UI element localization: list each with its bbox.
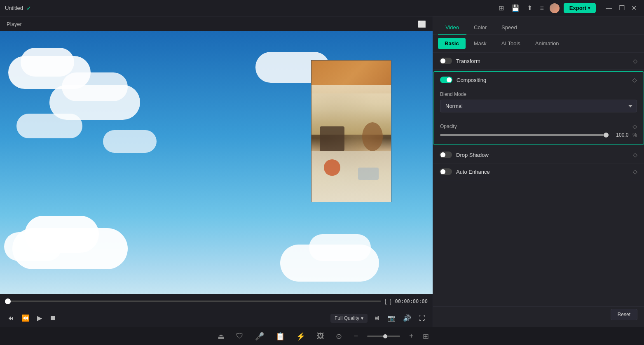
save-icon[interactable]: 💾: [510, 2, 521, 14]
transform-toggle[interactable]: [440, 58, 452, 64]
tool-plus-icon[interactable]: +: [407, 330, 416, 342]
opacity-label: Opacity: [440, 124, 457, 129]
subtab-animation[interactable]: Animation: [529, 38, 566, 49]
opacity-unit: %: [632, 132, 637, 138]
opacity-section: Opacity ◇ 100.0 %: [440, 123, 637, 138]
quality-button[interactable]: Full Quality ▾: [330, 314, 368, 323]
compositing-section: Compositing ◇ Blend Mode Normal Multiply…: [433, 71, 644, 145]
tool-flash-icon[interactable]: ⚡: [294, 330, 308, 343]
tool-frame-icon[interactable]: 🖼: [314, 330, 327, 342]
compositing-label: Compositing: [457, 77, 632, 83]
opacity-slider[interactable]: [440, 134, 609, 136]
upload-icon[interactable]: ⬆: [525, 2, 534, 14]
frame-back-button[interactable]: ⏪: [20, 312, 31, 324]
opacity-value: 100.0: [613, 132, 628, 138]
tool-minus-icon[interactable]: −: [351, 330, 361, 342]
tool-icon-1[interactable]: ⏏: [215, 330, 227, 343]
step-back-button[interactable]: ⏮: [6, 313, 16, 324]
subtab-mask[interactable]: Mask: [467, 38, 493, 49]
opacity-slider-row: 100.0 %: [440, 132, 637, 138]
volume-icon[interactable]: 🔊: [401, 312, 413, 324]
menu-icon[interactable]: ≡: [538, 3, 545, 14]
blend-mode-select[interactable]: Normal Multiply Screen Overlay: [440, 100, 637, 112]
cloud-3: [4, 232, 62, 261]
layout-icon[interactable]: ⊞: [497, 2, 506, 14]
expand-icon[interactable]: ⬜: [418, 20, 426, 28]
title-bar: Untitled ✓ ⊞ 💾 ⬆ ≡ Export ▾ — ❐ ✕: [0, 0, 644, 16]
inset-cup: [320, 126, 344, 151]
play-button[interactable]: ▶: [35, 312, 44, 324]
quality-arrow-icon: ▾: [361, 315, 363, 321]
export-button[interactable]: Export ▾: [564, 3, 596, 13]
toggle-knob: [440, 152, 445, 157]
tool-grid-icon[interactable]: ⊞: [423, 332, 429, 341]
stop-button[interactable]: ⏹: [48, 313, 58, 324]
minimize-button[interactable]: —: [603, 4, 615, 13]
drop-shadow-section[interactable]: Drop Shadow ◇: [433, 147, 644, 163]
opacity-label-row: Opacity ◇: [440, 123, 637, 130]
panel-footer: Reset: [433, 306, 644, 327]
toggle-knob: [440, 169, 445, 174]
cloud-10: [309, 234, 371, 261]
player-controls-bar: { } 00:00:00:00: [0, 294, 433, 309]
auto-enhance-diamond-icon[interactable]: ◇: [633, 168, 637, 175]
camera-icon[interactable]: 📷: [386, 312, 397, 324]
inset-glasses: [358, 168, 379, 180]
compositing-toggle[interactable]: [440, 77, 452, 83]
bracket-in-icon[interactable]: {: [384, 298, 386, 305]
transport-controls: ⏮ ⏪ ▶ ⏹ Full Quality ▾ 🖥 📷 🔊 ⛶: [0, 309, 433, 327]
bracket-out-icon[interactable]: }: [390, 298, 392, 305]
transform-section[interactable]: Transform ◇: [433, 53, 644, 70]
subtab-basic[interactable]: Basic: [438, 38, 466, 49]
auto-enhance-toggle[interactable]: [440, 168, 452, 175]
reset-button[interactable]: Reset: [611, 309, 637, 320]
player-canvas: [0, 31, 433, 294]
zoom-thumb[interactable]: [383, 334, 387, 338]
timecode-display: 00:00:00:00: [395, 298, 428, 304]
close-button[interactable]: ✕: [629, 3, 639, 13]
title-bar-left: Untitled ✓: [5, 5, 31, 12]
compositing-body: Blend Mode Normal Multiply Screen Overla…: [433, 88, 644, 145]
tool-shield-icon[interactable]: 🛡: [234, 330, 246, 342]
monitor-icon[interactable]: 🖥: [372, 313, 382, 324]
fullscreen-icon[interactable]: ⛶: [417, 313, 427, 324]
drop-shadow-label: Drop Shadow: [456, 152, 633, 158]
opacity-thumb[interactable]: [604, 133, 609, 138]
tab-speed[interactable]: Speed: [494, 21, 525, 35]
zoom-bar: [367, 336, 400, 337]
blend-mode-label: Blend Mode: [440, 91, 637, 97]
auto-enhance-label: Auto Enhance: [456, 169, 633, 175]
inset-bottom: [311, 151, 391, 202]
cloud-5: [21, 48, 74, 77]
opacity-fill: [440, 134, 604, 136]
restore-button[interactable]: ❐: [616, 3, 627, 13]
tool-mic-icon[interactable]: 🎤: [253, 330, 267, 343]
subtab-ai-tools[interactable]: AI Tools: [495, 38, 527, 49]
timeline-thumb[interactable]: [5, 298, 11, 304]
sub-tabs: Basic Mask AI Tools Animation: [433, 35, 644, 53]
transform-diamond-icon[interactable]: ◇: [633, 58, 637, 64]
avatar[interactable]: [550, 3, 560, 13]
tab-color[interactable]: Color: [466, 21, 494, 35]
cloud-7: [62, 72, 128, 101]
timeline-track[interactable]: [5, 301, 381, 302]
inset-item: [362, 122, 383, 151]
drop-shadow-toggle[interactable]: [440, 152, 452, 158]
main-area: Player ⬜: [0, 16, 644, 327]
player-header: Player ⬜: [0, 16, 433, 31]
tool-circle-icon[interactable]: ⊙: [333, 330, 344, 343]
toggle-knob: [447, 77, 452, 82]
drop-shadow-diamond-icon[interactable]: ◇: [633, 152, 637, 158]
document-title: Untitled: [5, 5, 23, 11]
right-panel-tabs: Video Color Speed: [433, 16, 644, 35]
tab-video[interactable]: Video: [438, 21, 466, 35]
opacity-diamond-icon[interactable]: ◇: [632, 123, 637, 130]
title-bar-right: ⊞ 💾 ⬆ ≡ Export ▾ — ❐ ✕: [497, 2, 639, 14]
compositing-diamond-icon[interactable]: ◇: [632, 77, 637, 83]
compositing-header[interactable]: Compositing ◇: [433, 72, 644, 88]
save-status-icon: ✓: [26, 5, 31, 12]
tool-clipboard-icon[interactable]: 📋: [273, 330, 287, 343]
auto-enhance-section[interactable]: Auto Enhance ◇: [433, 163, 644, 180]
inset-video: [311, 60, 391, 202]
zoom-track[interactable]: [367, 336, 400, 337]
